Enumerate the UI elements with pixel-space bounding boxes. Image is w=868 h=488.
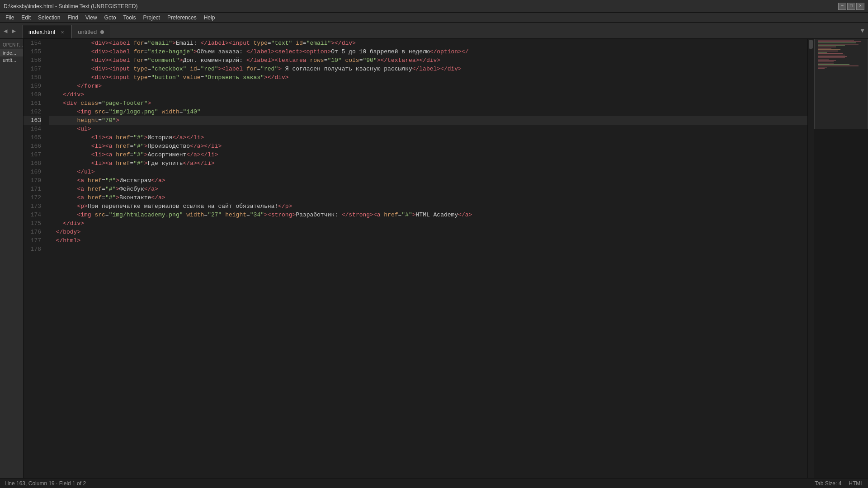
line-num-154: 154 <box>24 39 41 47</box>
line-num-167: 167 <box>24 150 41 159</box>
code-line-165: <li><a href="#">История</a></li> <box>49 133 807 142</box>
tab-nav-arrows[interactable]: ◀ ▶ <box>2 26 18 35</box>
line-num-159: 159 <box>24 82 41 90</box>
tab-untitled[interactable]: untitled <box>72 25 110 38</box>
line-num-162: 162 <box>24 108 41 116</box>
code-line-176: </body> <box>49 228 807 236</box>
tab-label: index.html <box>28 28 55 35</box>
minimize-button[interactable]: − <box>838 3 846 10</box>
line-num-155: 155 <box>24 47 41 56</box>
menu-project[interactable]: Project <box>140 14 164 22</box>
code-line-163: height="70"> <box>49 116 807 125</box>
code-line-161: <div class="page-footer"> <box>49 99 807 108</box>
menu-bar: File Edit Selection Find View Goto Tools… <box>0 13 868 23</box>
main-content: OPEN F... inde... untit... 154 155 156 1… <box>0 39 868 478</box>
code-line-168: <li><a href="#">Где купить</a></li> <box>49 159 807 168</box>
code-line-160: </div> <box>49 90 807 99</box>
code-line-155: <div><label for="size-bagaje">Объем зака… <box>49 47 807 56</box>
menu-find[interactable]: Find <box>64 14 81 22</box>
menu-edit[interactable]: Edit <box>18 14 34 22</box>
title-bar: D:\keksby\index.html - Sublime Text (UNR… <box>0 0 868 13</box>
line-num-165: 165 <box>24 133 41 142</box>
tab-size[interactable]: Tab Size: 4 <box>815 480 841 487</box>
code-line-172: <a href="#">Вконтакте</a> <box>49 193 807 202</box>
line-num-158: 158 <box>24 73 41 82</box>
tab-close-button[interactable]: × <box>59 28 66 36</box>
sidebar-file-index[interactable]: inde... <box>0 49 23 56</box>
code-line-177: </html> <box>49 236 807 245</box>
line-num-161: 161 <box>24 99 41 108</box>
line-num-170: 170 <box>24 176 41 185</box>
code-line-164: <ul> <box>49 125 807 133</box>
code-line-159: </form> <box>49 82 807 90</box>
line-num-176: 176 <box>24 228 41 236</box>
code-editor[interactable]: <div><label for="email">Email: </label><… <box>45 39 807 478</box>
tab-prev-arrow[interactable]: ◀ <box>2 26 9 35</box>
tab-index-html[interactable]: index.html × <box>23 25 72 38</box>
code-line-157: <div><input type="checkbox" id="red"><la… <box>49 65 807 73</box>
line-num-168: 168 <box>24 159 41 168</box>
code-line-154: <div><label for="email">Email: </label><… <box>49 39 807 47</box>
menu-goto[interactable]: Goto <box>101 14 120 22</box>
code-line-173: <p>При перепечатке материалов ссылка на … <box>49 202 807 211</box>
code-line-169: </ul> <box>49 168 807 176</box>
line-num-169: 169 <box>24 168 41 176</box>
code-line-175: </div> <box>49 219 807 228</box>
window-title: D:\keksby\index.html - Sublime Text (UNR… <box>4 3 138 9</box>
menu-help[interactable]: Help <box>200 14 219 22</box>
code-line-167: <li><a href="#">Ассортимент</a></li> <box>49 150 807 159</box>
code-line-171: <a href="#">Фейсбук</a> <box>49 185 807 193</box>
sidebar-file-untitled[interactable]: untit... <box>0 56 23 64</box>
line-num-174: 174 <box>24 211 41 219</box>
code-line-174: <img src="img/htmlacademy.png" width="27… <box>49 211 807 219</box>
minimap-viewport <box>814 39 868 129</box>
status-left: Line 163, Column 19 · Field 1 of 2 <box>5 480 86 487</box>
line-num-171: 171 <box>24 185 41 193</box>
tab-label: untitled <box>78 28 97 35</box>
maximize-button[interactable]: □ <box>847 3 855 10</box>
tab-modified-indicator <box>100 30 104 34</box>
code-line-155b: <div><label for="comment">Доп. комментар… <box>49 56 807 65</box>
code-line-170: <a href="#">Инстаграм</a> <box>49 176 807 185</box>
file-sidebar: OPEN F... inde... untit... <box>0 39 24 478</box>
line-num-175: 175 <box>24 219 41 228</box>
line-num-177: 177 <box>24 236 41 245</box>
line-numbers: 154 155 156 157 158 159 160 161 162 163 … <box>24 39 45 478</box>
line-num-164: 164 <box>24 125 41 133</box>
syntax-type[interactable]: HTML <box>849 480 863 487</box>
code-line-162: <img src="img/logo.png" width="140" <box>49 108 807 116</box>
minimap <box>814 39 868 478</box>
tab-overflow-button[interactable]: ▼ <box>861 27 864 34</box>
menu-file[interactable]: File <box>2 14 18 22</box>
line-num-178: 178 <box>24 245 41 253</box>
menu-tools[interactable]: Tools <box>120 14 140 22</box>
menu-preferences[interactable]: Preferences <box>164 14 200 22</box>
code-line-178: . <box>49 245 807 253</box>
line-num-163: 163 <box>24 116 41 125</box>
line-num-156: 156 <box>24 56 41 65</box>
tab-next-arrow[interactable]: ▶ <box>10 26 17 35</box>
line-num-173: 173 <box>24 202 41 211</box>
status-bar: Line 163, Column 19 · Field 1 of 2 Tab S… <box>0 478 868 488</box>
menu-view[interactable]: View <box>82 14 101 22</box>
status-right: Tab Size: 4 HTML <box>815 480 863 487</box>
open-files-label: OPEN F... <box>0 41 23 49</box>
close-button[interactable]: × <box>856 3 864 10</box>
code-line-166: <li><a href="#">Производство</a></li> <box>49 142 807 150</box>
line-num-157: 157 <box>24 65 41 73</box>
editor-area[interactable]: 154 155 156 157 158 159 160 161 162 163 … <box>24 39 868 478</box>
cursor-position: Line 163, Column 19 · Field 1 of 2 <box>5 480 86 487</box>
vertical-scrollbar[interactable] <box>807 39 814 478</box>
line-num-166: 166 <box>24 142 41 150</box>
code-line-158: <div><input type="button" value="Отправи… <box>49 73 807 82</box>
line-num-160: 160 <box>24 90 41 99</box>
tab-bar: ◀ ▶ index.html × untitled ▼ <box>0 23 868 39</box>
window-controls[interactable]: − □ × <box>838 3 864 10</box>
line-num-172: 172 <box>24 193 41 202</box>
menu-selection[interactable]: Selection <box>34 14 64 22</box>
